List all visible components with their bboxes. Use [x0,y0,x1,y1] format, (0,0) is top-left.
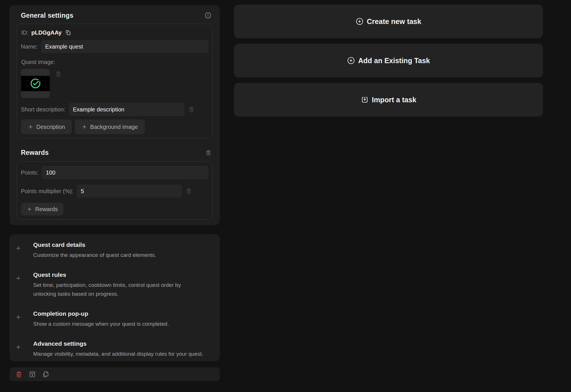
section-completion-pop-up[interactable]: Completion pop-up Show a custom message … [15,310,212,328]
circle-plus-icon [347,57,355,65]
points-row: Points: [21,166,209,179]
add-description-label: Description [36,124,65,130]
section-texts: Completion pop-up Show a custom message … [33,310,169,328]
import-icon [361,96,369,104]
import-task-button[interactable]: Import a task [234,83,543,117]
quest-settings-column: General settings ID: pLDGgAAy [9,5,220,381]
add-background-image-label: Background image [90,124,138,130]
id-label: ID: [21,29,29,36]
trash-icon [205,149,212,156]
rewards-form: Points: Points multiplier (%): [17,161,213,220]
check-circle-icon [29,77,42,90]
plus-icon [27,206,32,212]
section-advanced-settings[interactable]: Advanced settings Manage visibility, met… [15,340,212,358]
create-new-task-button[interactable]: Create new task [234,5,543,38]
info-icon [204,12,212,19]
quest-image-thumbnail[interactable] [21,69,50,98]
id-value: pLDGgAAy [31,29,62,36]
id-row: ID: pLDGgAAy [21,29,209,36]
delete-rewards-button[interactable] [205,149,212,156]
section-description: Show a custom message when your quest is… [33,319,169,328]
plus-icon [82,124,87,130]
plus-icon [15,344,22,351]
trash-icon [15,371,23,378]
add-field-buttons: Description Background image [21,119,209,134]
points-multiplier-input[interactable] [77,185,182,198]
general-settings-card: General settings ID: pLDGgAAy [9,5,220,225]
name-label: Name: [21,43,38,50]
plus-icon [15,314,22,321]
add-rewards-row: Rewards [21,203,209,215]
quest-actions-toolbar [9,367,220,381]
copy-id-button[interactable] [65,29,71,36]
section-texts: Quest rules Set time, participation, coo… [33,271,205,298]
quest-image-row [21,69,209,98]
section-description: Manage visibility, metadata, and additio… [33,349,203,358]
delete-quest-button[interactable] [15,371,23,378]
plus-icon [15,245,22,252]
section-quest-rules[interactable]: Quest rules Set time, participation, coo… [15,271,212,298]
delete-points-multiplier-button[interactable] [185,188,192,195]
points-multiplier-row: Points multiplier (%): [21,185,209,198]
name-input[interactable] [41,40,209,53]
add-rewards-label: Rewards [35,206,58,213]
points-label: Points: [21,169,38,176]
quest-editor-page: General settings ID: pLDGgAAy [0,0,571,392]
rewards-title: Rewards [21,149,49,157]
plus-icon [15,275,22,282]
section-description: Customize the appearance of quest card e… [33,251,156,259]
section-description: Set time, participation, cooldown limits… [33,281,205,298]
info-button[interactable] [204,12,212,19]
add-rewards-button[interactable]: Rewards [21,203,64,215]
box-arrow-down-icon [29,371,36,378]
section-title: Quest rules [33,271,205,279]
general-settings-form: ID: pLDGgAAy Name: [17,24,213,138]
points-multiplier-label: Points multiplier (%): [21,188,73,195]
delete-quest-image-button[interactable] [55,71,62,77]
plus-icon [28,124,33,130]
trash-icon [55,71,62,77]
name-row: Name: [21,40,209,53]
trash-icon [188,106,195,113]
add-existing-task-button[interactable]: Add an Existing Task [234,44,543,77]
points-input[interactable] [42,166,209,179]
section-title: Quest card details [33,241,156,249]
delete-short-description-button[interactable] [188,106,195,113]
add-background-image-button[interactable]: Background image [75,119,145,134]
copy-icon [65,29,71,36]
section-texts: Quest card details Customize the appeara… [33,241,156,259]
general-settings-title: General settings [21,12,73,19]
section-texts: Advanced settings Manage visibility, met… [33,340,203,358]
quest-image-preview [21,76,50,91]
short-description-label: Short description: [21,106,66,113]
task-actions-column: Create new task Add an Existing Task [234,5,543,117]
section-quest-card-details[interactable]: Quest card details Customize the appeara… [15,241,212,259]
section-title: Completion pop-up [33,310,169,317]
quest-image-label: Quest image: [21,59,209,65]
circle-plus-icon [356,17,364,25]
import-task-label: Import a task [372,96,417,104]
create-new-task-label: Create new task [367,17,421,26]
duplicate-icon [42,371,49,378]
rewards-header: Rewards [17,148,213,157]
short-description-input[interactable] [69,103,185,116]
duplicate-quest-button[interactable] [42,371,49,378]
add-description-button[interactable]: Description [21,119,72,134]
short-description-row: Short description: [21,103,209,116]
section-title: Advanced settings [33,340,203,347]
quest-options-card: Quest card details Customize the appeara… [9,234,220,361]
general-settings-header: General settings [17,11,213,19]
export-quest-button[interactable] [29,371,36,378]
trash-icon [185,188,192,195]
add-existing-task-label: Add an Existing Task [358,57,430,65]
